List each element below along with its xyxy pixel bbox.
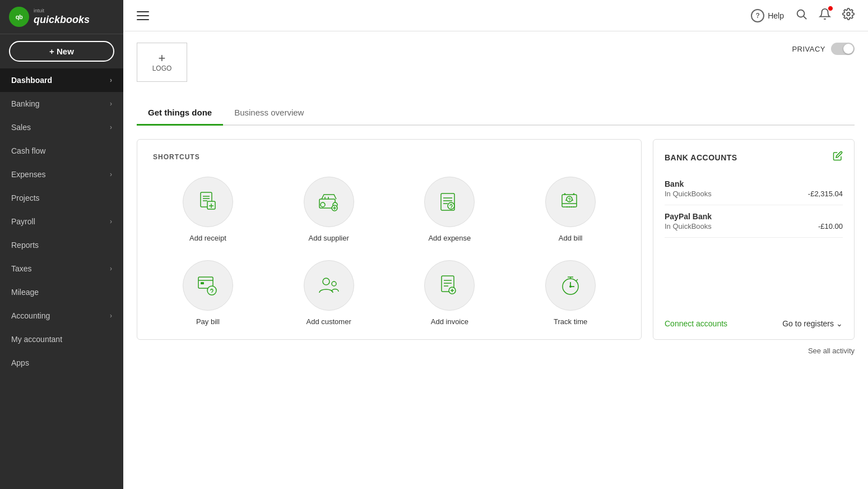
svg-point-12	[321, 202, 325, 207]
notifications-button[interactable]	[819, 8, 831, 23]
shortcut-pay-bill[interactable]: Pay bill	[153, 260, 263, 326]
add-expense-icon	[424, 177, 475, 227]
shortcut-label: Add receipt	[189, 234, 226, 242]
page-tabs: Get things done Business overview	[137, 102, 855, 126]
shortcut-track-time[interactable]: Track time	[516, 260, 625, 326]
help-button[interactable]: ? Help	[751, 9, 784, 22]
svg-point-0	[797, 10, 805, 17]
tab-get-things-done[interactable]: Get things done	[137, 102, 223, 126]
sidebar-item-mileage[interactable]: Mileage	[0, 280, 123, 304]
toggle-knob	[843, 44, 853, 54]
hamburger-menu[interactable]	[137, 11, 149, 20]
see-all-activity-link[interactable]: See all activity	[137, 340, 855, 362]
sidebar-item-my-accountant[interactable]: My accountant	[0, 327, 123, 351]
bank-panel-footer: Connect accounts Go to registers ⌄	[665, 310, 843, 328]
shortcut-label: Pay bill	[196, 317, 220, 326]
add-invoice-icon	[424, 260, 475, 311]
sidebar: qb intuit quickbooks + New Dashboard › B…	[0, 0, 123, 489]
bank-accounts-panel: BANK ACCOUNTS Bank In QuickBooks -£2,315…	[653, 139, 855, 340]
sidebar-item-label: Banking	[11, 99, 40, 108]
bank-name: PayPal Bank	[665, 212, 843, 221]
shortcut-add-supplier[interactable]: Add supplier	[274, 177, 384, 242]
sidebar-nav: Dashboard › Banking › Sales › Cash flow …	[0, 68, 123, 489]
bank-account-item: PayPal Bank In QuickBooks -£10.00	[665, 205, 843, 238]
shortcut-add-customer[interactable]: Add customer	[274, 260, 384, 326]
svg-point-46	[569, 285, 572, 288]
pay-bill-icon	[183, 260, 233, 311]
track-time-icon	[545, 260, 596, 311]
chevron-right-icon: ›	[110, 312, 112, 320]
new-button[interactable]: + New	[9, 41, 114, 62]
bank-item-sublabel: In QuickBooks	[665, 222, 712, 230]
search-button[interactable]	[795, 8, 807, 23]
sidebar-item-projects[interactable]: Projects	[0, 186, 123, 210]
shortcuts-panel: SHORTCUTS	[137, 139, 642, 340]
sidebar-item-label: Sales	[11, 123, 31, 132]
chevron-right-icon: ›	[110, 218, 112, 225]
bank-panel-header: BANK ACCOUNTS	[665, 151, 843, 164]
bank-item-sub: In QuickBooks -£10.00	[665, 222, 843, 230]
sidebar-item-taxes[interactable]: Taxes ›	[0, 257, 123, 280]
shortcuts-title: SHORTCUTS	[153, 153, 625, 161]
chevron-right-icon: ›	[110, 123, 112, 131]
svg-point-23	[451, 207, 452, 208]
goto-registers-label: Go to registers	[782, 319, 834, 328]
logo-upload-label: LOGO	[152, 64, 172, 72]
svg-point-2	[847, 12, 850, 16]
logo-icon: qb	[9, 7, 29, 27]
sidebar-item-apps[interactable]: Apps	[0, 351, 123, 375]
add-receipt-icon	[183, 177, 233, 227]
sidebar-item-cashflow[interactable]: Cash flow	[0, 139, 123, 163]
goto-registers-button[interactable]: Go to registers ⌄	[782, 319, 843, 328]
bank-item-sublabel: In QuickBooks	[665, 190, 712, 198]
sidebar-item-accounting[interactable]: Accounting ›	[0, 304, 123, 327]
sidebar-item-banking[interactable]: Banking ›	[0, 92, 123, 116]
sidebar-logo: qb intuit quickbooks	[0, 0, 123, 34]
bank-name: Bank	[665, 179, 843, 188]
privacy-toggle[interactable]	[831, 43, 855, 55]
sidebar-item-reports[interactable]: Reports	[0, 233, 123, 257]
connect-accounts-link[interactable]: Connect accounts	[665, 319, 727, 328]
chevron-down-icon: ⌄	[836, 319, 843, 328]
page-content: + LOGO PRIVACY Get things done Business …	[123, 31, 868, 489]
bank-item-amount: -£10.00	[818, 222, 843, 230]
edit-icon[interactable]	[833, 151, 843, 164]
chevron-right-icon: ›	[110, 76, 112, 84]
sidebar-item-sales[interactable]: Sales ›	[0, 116, 123, 139]
svg-line-1	[804, 16, 806, 19]
shortcut-label: Add invoice	[431, 317, 468, 326]
bank-item-amount: -£2,315.04	[808, 190, 843, 198]
sidebar-item-label: Cash flow	[11, 146, 45, 155]
main-content: ? Help + LOGO PRIVACY	[123, 0, 868, 489]
shortcut-add-bill[interactable]: Add bill	[516, 177, 625, 242]
shortcut-add-expense[interactable]: Add expense	[395, 177, 505, 242]
quickbooks-label: quickbooks	[34, 14, 90, 25]
sidebar-item-label: Reports	[11, 241, 39, 250]
shortcut-label: Add bill	[559, 234, 583, 242]
settings-button[interactable]	[842, 8, 855, 23]
sidebar-item-label: Apps	[11, 358, 29, 367]
help-icon: ?	[751, 9, 764, 22]
sidebar-item-label: Accounting	[11, 311, 50, 320]
sidebar-item-payroll[interactable]: Payroll ›	[0, 210, 123, 233]
sidebar-item-label: My accountant	[11, 335, 62, 344]
logo-upload-button[interactable]: + LOGO	[137, 43, 187, 82]
sidebar-item-label: Dashboard	[11, 76, 52, 85]
svg-point-26	[569, 201, 570, 201]
shortcut-add-invoice[interactable]: Add invoice	[395, 260, 505, 326]
content-row: SHORTCUTS	[137, 139, 855, 340]
bank-account-item: Bank In QuickBooks -£2,315.04	[665, 173, 843, 205]
chevron-right-icon: ›	[110, 170, 112, 178]
help-label: Help	[768, 11, 784, 20]
sidebar-item-expenses[interactable]: Expenses ›	[0, 163, 123, 186]
add-supplier-icon	[304, 177, 354, 227]
svg-point-33	[332, 282, 336, 286]
tab-business-overview[interactable]: Business overview	[223, 102, 315, 126]
sidebar-item-dashboard[interactable]: Dashboard ›	[0, 68, 123, 92]
shortcuts-grid: Add receipt	[153, 177, 625, 326]
shortcut-add-receipt[interactable]: Add receipt	[153, 177, 263, 242]
svg-line-47	[576, 279, 578, 281]
topbar-right: ? Help	[751, 8, 855, 23]
topbar: ? Help	[123, 0, 868, 31]
svg-point-32	[323, 278, 329, 285]
